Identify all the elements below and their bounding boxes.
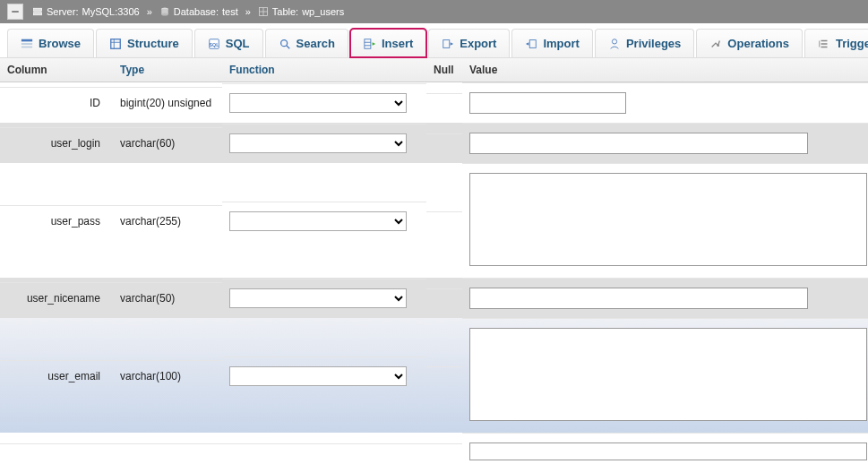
table-row	[0, 433, 868, 464]
tab-browse[interactable]: Browse	[7, 29, 94, 57]
svg-rect-10	[21, 43, 32, 45]
null-cell	[426, 133, 462, 152]
breadcrumb-server-label: Server:	[47, 6, 78, 17]
function-select[interactable]	[229, 93, 407, 113]
function-cell	[222, 124, 426, 162]
svg-rect-2	[34, 13, 42, 15]
svg-text:SQL: SQL	[209, 41, 219, 47]
import-icon	[525, 38, 537, 50]
breadcrumb-table-label: Table:	[272, 6, 298, 17]
tab-triggers[interactable]: Triggers	[804, 29, 868, 57]
value-input[interactable]	[469, 133, 808, 154]
value-cell	[462, 278, 868, 318]
svg-point-24	[612, 39, 616, 43]
value-input[interactable]	[469, 92, 626, 114]
svg-rect-0	[12, 11, 19, 13]
column-name: user_email	[0, 360, 113, 391]
tab-triggers-label: Triggers	[836, 37, 868, 50]
tab-structure-label: Structure	[127, 37, 179, 50]
rows-container: IDbigint(20) unsigneduser_loginvarchar(6…	[0, 82, 868, 464]
header-type[interactable]: Type	[113, 58, 222, 82]
value-cell	[462, 82, 868, 123]
tab-sql[interactable]: SQL SQL	[194, 29, 263, 57]
sql-icon: SQL	[208, 38, 220, 50]
browse-icon	[21, 38, 33, 50]
tab-insert[interactable]: Insert	[350, 29, 426, 57]
value-cell	[462, 163, 868, 278]
tab-privileges-label: Privileges	[626, 37, 681, 50]
home-button[interactable]	[7, 4, 23, 20]
value-cell	[462, 318, 868, 433]
value-cell	[462, 123, 868, 163]
table-icon	[258, 6, 269, 17]
export-icon	[442, 38, 454, 50]
minus-icon	[10, 6, 21, 17]
function-cell	[222, 357, 426, 395]
function-select[interactable]	[229, 133, 407, 153]
table-row: user_nicenamevarchar(50)	[0, 278, 868, 318]
header-column: Column	[0, 58, 113, 82]
svg-rect-19	[365, 39, 371, 48]
tab-privileges[interactable]: Privileges	[595, 29, 694, 57]
tab-export[interactable]: Export	[428, 29, 510, 57]
null-cell	[426, 93, 462, 112]
function-cell	[222, 279, 426, 317]
breadcrumb-server[interactable]: Server: MySQL:3306	[32, 6, 140, 17]
tab-export-label: Export	[460, 37, 496, 50]
tab-operations[interactable]: Operations	[696, 29, 803, 57]
breadcrumb-database-label: Database:	[174, 6, 219, 17]
svg-rect-9	[21, 39, 32, 41]
server-icon	[32, 6, 43, 17]
tab-bar: Browse Structure SQL SQL Search Insert E…	[0, 23, 868, 58]
value-textarea[interactable]	[469, 173, 867, 266]
breadcrumb-database-value: test	[222, 6, 238, 17]
header-value: Value	[462, 58, 868, 82]
header-function[interactable]: Function	[222, 58, 426, 82]
tab-sql-label: SQL	[226, 37, 250, 50]
breadcrumb-database[interactable]: Database: test	[159, 6, 238, 17]
column-type: varchar(50)	[113, 282, 222, 314]
svg-point-5	[161, 13, 168, 16]
tab-browse-label: Browse	[39, 37, 81, 50]
tab-import-label: Import	[543, 37, 579, 50]
database-icon	[159, 6, 170, 17]
breadcrumb-sep: »	[245, 6, 251, 17]
tab-search-label: Search	[296, 37, 335, 50]
function-select[interactable]	[229, 288, 407, 308]
column-type: varchar(100)	[113, 360, 222, 391]
column-name: user_nicename	[0, 282, 113, 314]
value-textarea[interactable]	[469, 328, 867, 421]
function-cell	[222, 202, 426, 240]
function-cell	[222, 83, 426, 122]
svg-rect-22	[443, 39, 450, 47]
structure-icon	[109, 38, 122, 50]
privileges-icon	[608, 38, 621, 50]
tab-operations-label: Operations	[727, 37, 789, 50]
table-row: IDbigint(20) unsigned	[0, 82, 868, 123]
tab-search[interactable]: Search	[265, 29, 348, 57]
null-cell	[426, 288, 462, 307]
operations-icon	[709, 38, 722, 50]
table-header-row: Column Type Function Null Value	[0, 58, 868, 82]
column-type: varchar(255)	[113, 205, 222, 236]
function-select[interactable]	[229, 211, 407, 231]
table-row: user_passvarchar(255)	[0, 163, 868, 278]
svg-rect-11	[21, 46, 32, 47]
breadcrumb-server-value: MySQL:3306	[82, 6, 139, 17]
null-cell	[426, 211, 462, 230]
svg-point-25	[718, 44, 720, 47]
function-select[interactable]	[229, 366, 407, 386]
tab-structure[interactable]: Structure	[96, 29, 193, 57]
value-textarea[interactable]	[469, 443, 867, 460]
breadcrumb-table-value: wp_users	[302, 6, 344, 17]
column-name: ID	[0, 87, 113, 118]
column-name: user_login	[0, 127, 113, 159]
table-row: user_emailvarchar(100)	[0, 318, 868, 433]
column-name: user_pass	[0, 205, 113, 236]
value-input[interactable]	[469, 288, 808, 309]
breadcrumb-sep: »	[147, 6, 152, 17]
breadcrumb-table[interactable]: Table: wp_users	[258, 6, 344, 17]
tab-insert-label: Insert	[382, 37, 413, 50]
svg-rect-12	[111, 39, 121, 48]
tab-import[interactable]: Import	[511, 29, 592, 57]
